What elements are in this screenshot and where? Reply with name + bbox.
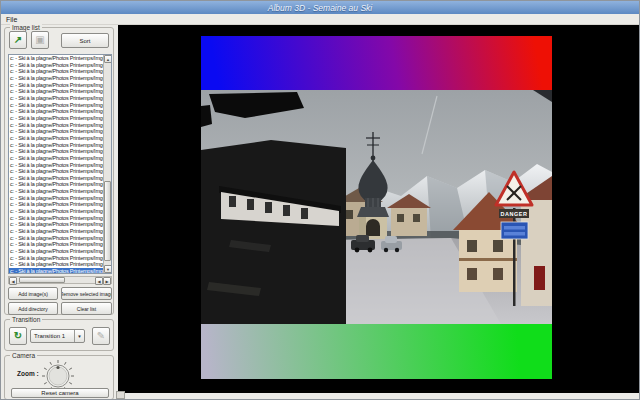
- scroll-down-icon: ▼: [106, 267, 110, 272]
- reset-camera-button[interactable]: Reset camera: [11, 388, 109, 398]
- list-item[interactable]: c: - Ski à la plagne/Photos Printemps/Im…: [9, 235, 103, 242]
- scroll-left-button-2[interactable]: ◀: [95, 277, 103, 285]
- combo-arrow-icon[interactable]: ▼: [74, 330, 84, 342]
- list-item[interactable]: c: - Ski à la plagne/Photos Printemps/Im…: [9, 82, 103, 89]
- viewer-canvas[interactable]: DANGER: [118, 25, 639, 393]
- horizontal-scroll-track[interactable]: [17, 277, 95, 283]
- scroll-up-button[interactable]: ▲: [104, 55, 112, 63]
- list-item[interactable]: c: - Ski à la plagne/Photos Printemps/Im…: [9, 215, 103, 222]
- scroll-down-button[interactable]: ▼: [104, 265, 112, 273]
- scroll-left-button[interactable]: ◀: [9, 277, 17, 285]
- list-item[interactable]: c: - Ski à la plagne/Photos Printemps/Im…: [9, 55, 103, 62]
- list-item[interactable]: c: - Ski à la plagne/Photos Printemps/Im…: [9, 241, 103, 248]
- transition-selected-value: Transition 1: [31, 333, 74, 339]
- list-item[interactable]: c: - Ski à la plagne/Photos Printemps/Im…: [9, 248, 103, 255]
- add-image-icon-button[interactable]: ↗: [9, 31, 27, 49]
- app-window: Album 3D - Semaine au Ski File Image lis…: [0, 0, 640, 400]
- photo-slide: DANGER: [201, 90, 552, 324]
- remove-selected-image-button[interactable]: Remove selected image: [61, 287, 112, 300]
- photo-illustration: DANGER: [201, 90, 552, 324]
- horizontal-scrollbar[interactable]: ◀ ◀ ▶: [8, 276, 112, 284]
- list-item[interactable]: c: - Ski à la plagne/Photos Printemps/Im…: [9, 62, 103, 69]
- list-item[interactable]: c: - Ski à la plagne/Photos Printemps/Im…: [9, 68, 103, 75]
- title-bar[interactable]: Album 3D - Semaine au Ski: [1, 1, 639, 14]
- list-item[interactable]: c: - Ski à la plagne/Photos Printemps/Im…: [9, 181, 103, 188]
- vertical-scroll-thumb[interactable]: [104, 181, 111, 261]
- list-item[interactable]: c: - Ski à la plagne/Photos Printemps/Im…: [9, 162, 103, 169]
- clear-list-button[interactable]: Clear list: [61, 302, 112, 315]
- menu-bar: File: [1, 14, 639, 25]
- add-directory-button[interactable]: Add directory: [8, 302, 58, 315]
- list-item[interactable]: c: - Ski à la plagne/Photos Printemps/Im…: [9, 268, 103, 273]
- vertical-scrollbar[interactable]: ▲ ▼: [103, 55, 111, 273]
- list-item[interactable]: c: - Ski à la plagne/Photos Printemps/Im…: [9, 168, 103, 175]
- image-list[interactable]: c: - Ski à la plagne/Photos Printemps/Im…: [8, 54, 112, 274]
- list-item[interactable]: c: - Ski à la plagne/Photos Printemps/Im…: [9, 208, 103, 215]
- vertical-scroll-track[interactable]: [104, 63, 111, 265]
- list-item[interactable]: c: - Ski à la plagne/Photos Printemps/Im…: [9, 88, 103, 95]
- transition-edit-icon: ✎: [97, 331, 105, 341]
- list-item[interactable]: c: - Ski à la plagne/Photos Printemps/Im…: [9, 221, 103, 228]
- list-item[interactable]: c: - Ski à la plagne/Photos Printemps/Im…: [9, 155, 103, 162]
- dial-pointer: [56, 366, 59, 369]
- list-item[interactable]: c: - Ski à la plagne/Photos Printemps/Im…: [9, 195, 103, 202]
- foreground-dark-building: [201, 140, 346, 324]
- horizontal-scroll-thumb[interactable]: [19, 277, 65, 283]
- list-item[interactable]: c: - Ski à la plagne/Photos Printemps/Im…: [9, 108, 103, 115]
- sort-button[interactable]: Sort: [61, 33, 109, 48]
- list-item[interactable]: c: - Ski à la plagne/Photos Printemps/Im…: [9, 255, 103, 262]
- list-item[interactable]: c: - Ski à la plagne/Photos Printemps/Im…: [9, 228, 103, 235]
- list-item[interactable]: c: - Ski à la plagne/Photos Printemps/Im…: [9, 148, 103, 155]
- play-transition-button[interactable]: ↻: [9, 327, 27, 345]
- list-item[interactable]: c: - Ski à la plagne/Photos Printemps/Im…: [9, 261, 103, 268]
- slideshow-icon-button[interactable]: ▣: [31, 31, 49, 49]
- list-item[interactable]: c: - Ski à la plagne/Photos Printemps/Im…: [9, 75, 103, 82]
- transition-group-label: Transition: [10, 316, 42, 324]
- scroll-left-icon: ◀: [11, 279, 14, 284]
- scroll-right-icon: ▶: [105, 279, 108, 284]
- list-item[interactable]: c: - Ski à la plagne/Photos Printemps/Im…: [9, 142, 103, 149]
- add-images-button[interactable]: Add image(s): [8, 287, 58, 300]
- list-item[interactable]: c: - Ski à la plagne/Photos Printemps/Im…: [9, 135, 103, 142]
- menu-file[interactable]: File: [1, 16, 22, 23]
- list-item[interactable]: c: - Ski à la plagne/Photos Printemps/Im…: [9, 201, 103, 208]
- window-title: Album 3D - Semaine au Ski: [268, 3, 372, 13]
- camera-group-label: Camera: [10, 352, 37, 360]
- scroll-left-icon-2: ◀: [97, 279, 100, 284]
- danger-sign-label: DANGER: [501, 211, 528, 217]
- list-item[interactable]: c: - Ski à la plagne/Photos Printemps/Im…: [9, 188, 103, 195]
- camera-group: Camera Zoom : Reset camera: [4, 355, 114, 400]
- bottom-gradient-bar: [201, 324, 552, 379]
- edit-transition-button[interactable]: ✎: [92, 327, 110, 345]
- import-image-icon: ↗: [14, 35, 22, 45]
- list-item[interactable]: c: - Ski à la plagne/Photos Printemps/Im…: [9, 102, 103, 109]
- list-item[interactable]: c: - Ski à la plagne/Photos Printemps/Im…: [9, 95, 103, 102]
- scroll-up-icon: ▲: [106, 57, 110, 62]
- list-item[interactable]: c: - Ski à la plagne/Photos Printemps/Im…: [9, 175, 103, 182]
- transition-group: Transition ↻ Transition 1 ▼ ✎: [4, 319, 114, 351]
- scroll-corner: [116, 391, 125, 399]
- top-gradient-bar: [201, 36, 552, 90]
- transition-play-icon: ↻: [14, 331, 22, 341]
- zoom-label: Zoom :: [17, 370, 39, 377]
- image-list-group: Image list ↗ ▣ Sort c: - Ski à la plagne…: [4, 27, 114, 315]
- list-item[interactable]: c: - Ski à la plagne/Photos Printemps/Im…: [9, 115, 103, 122]
- slideshow-icon: ▣: [35, 35, 44, 45]
- image-list-rows: c: - Ski à la plagne/Photos Printemps/Im…: [9, 55, 103, 273]
- list-item[interactable]: c: - Ski à la plagne/Photos Printemps/Im…: [9, 128, 103, 135]
- list-item[interactable]: c: - Ski à la plagne/Photos Printemps/Im…: [9, 122, 103, 129]
- scroll-right-button[interactable]: ▶: [103, 277, 111, 285]
- control-panel: Image list ↗ ▣ Sort c: - Ski à la plagne…: [1, 25, 118, 397]
- transition-select[interactable]: Transition 1 ▼: [30, 329, 85, 343]
